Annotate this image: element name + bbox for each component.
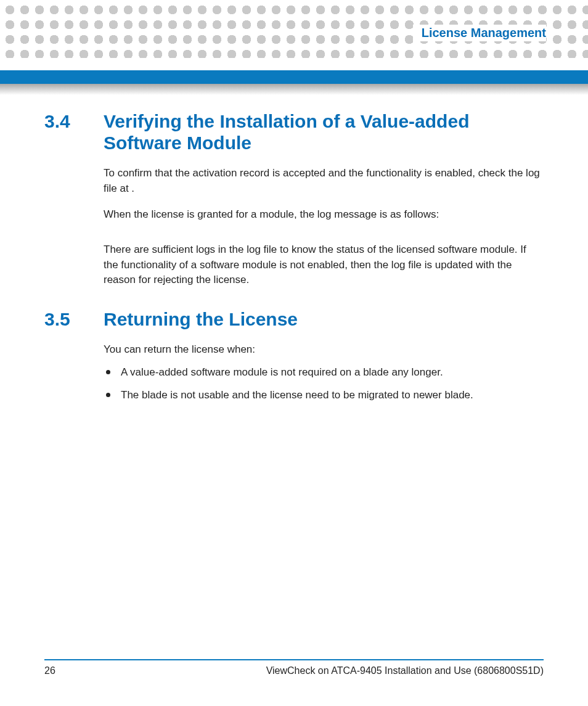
section-3-5: 3.5 Returning the License You can return… <box>44 309 544 403</box>
page: License Management 3.4 Verifying the Ins… <box>0 0 588 706</box>
section-number: 3.4 <box>44 111 104 133</box>
list-item: The blade is not usable and the license … <box>104 388 544 403</box>
section-number: 3.5 <box>44 309 104 330</box>
list-item: A value-added software module is not req… <box>104 365 544 380</box>
section-heading: 3.5 Returning the License <box>44 309 544 330</box>
bullet-list: A value-added software module is not req… <box>104 365 544 403</box>
section-title: Verifying the Installation of a Value-ad… <box>104 111 544 154</box>
section-body: You can return the license when: A value… <box>104 342 544 403</box>
paragraph: When the license is granted for a module… <box>104 207 544 223</box>
paragraph: There are sufficient logs in the log fil… <box>104 242 544 288</box>
paragraph: To confirm that the activation record is… <box>104 166 544 196</box>
section-body: To confirm that the activation record is… <box>104 166 544 288</box>
header-shadow-bar <box>0 84 588 95</box>
page-number: 26 <box>44 665 55 676</box>
footer-row: 26 ViewCheck on ATCA-9405 Installation a… <box>44 665 544 676</box>
page-footer: 26 ViewCheck on ATCA-9405 Installation a… <box>44 659 544 676</box>
footer-rule <box>44 659 544 660</box>
paragraph: You can return the license when: <box>104 342 544 358</box>
chapter-title: License Management <box>422 26 546 39</box>
doc-title: ViewCheck on ATCA-9405 Installation and … <box>266 665 544 676</box>
section-title: Returning the License <box>104 309 298 330</box>
content-area: 3.4 Verifying the Installation of a Valu… <box>44 111 544 424</box>
section-3-4: 3.4 Verifying the Installation of a Valu… <box>44 111 544 288</box>
header-blue-bar <box>0 70 588 84</box>
section-heading: 3.4 Verifying the Installation of a Valu… <box>44 111 544 154</box>
header-title-wrap: License Management <box>413 25 546 41</box>
